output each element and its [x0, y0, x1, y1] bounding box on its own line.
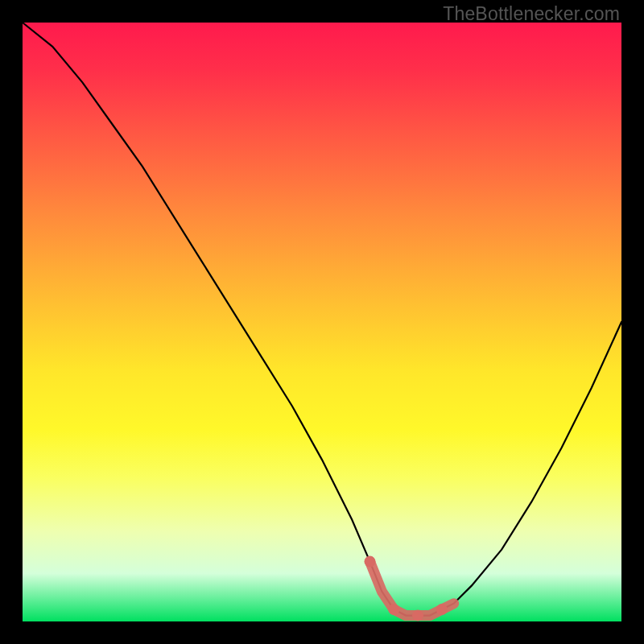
- watermark-text: TheBottlenecker.com: [443, 3, 620, 25]
- highlight-dot: [365, 556, 376, 568]
- highlight-dot: [436, 604, 448, 615]
- bottleneck-curve: [23, 23, 621, 616]
- highlight-dot: [388, 604, 399, 615]
- chart-svg: [23, 23, 621, 621]
- plot-area: [23, 23, 621, 621]
- highlight-dot: [412, 610, 423, 621]
- chart-container: TheBottlenecker.com: [0, 0, 644, 644]
